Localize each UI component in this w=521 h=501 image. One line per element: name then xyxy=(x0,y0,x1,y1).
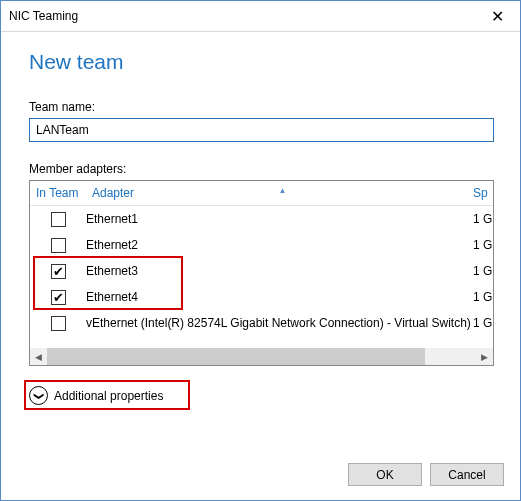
row-adapter-name: vEthernet (Intel(R) 82574L Gigabit Netwo… xyxy=(86,316,473,330)
ok-button[interactable]: OK xyxy=(348,463,422,486)
team-name-input[interactable] xyxy=(29,118,494,142)
dialog-window: NIC Teaming ✕ New team Team name: Member… xyxy=(0,0,521,501)
row-adapter-name: Ethernet3 xyxy=(86,264,473,278)
row-checkbox[interactable] xyxy=(51,238,66,253)
column-adapter-label: Adapter xyxy=(92,186,134,200)
row-speed: 1 G xyxy=(473,212,493,226)
row-checkbox[interactable]: ✔ xyxy=(51,290,66,305)
row-speed: 1 G xyxy=(473,238,493,252)
row-checkbox[interactable]: ✔ xyxy=(51,264,66,279)
table-header: In Team Adapter ▲ Sp xyxy=(30,181,493,206)
adapters-table: In Team Adapter ▲ Sp Ethernet1 1 G xyxy=(29,180,494,366)
table-body: Ethernet1 1 G Ethernet2 1 G ✔ xyxy=(30,206,493,336)
column-adapter[interactable]: Adapter ▲ xyxy=(92,186,473,200)
row-speed: 1 G xyxy=(473,290,493,304)
scroll-thumb[interactable] xyxy=(47,348,425,365)
page-title: New team xyxy=(29,50,494,74)
table-row[interactable]: Ethernet1 1 G xyxy=(30,206,493,232)
member-adapters-label: Member adapters: xyxy=(29,162,494,176)
table-row[interactable]: ✔ Ethernet4 1 G xyxy=(30,284,493,310)
close-icon: ✕ xyxy=(491,7,504,26)
window-title: NIC Teaming xyxy=(9,9,78,23)
scroll-left-button[interactable]: ◀ xyxy=(30,348,47,365)
row-speed: 1 G xyxy=(473,264,493,278)
row-checkbox[interactable] xyxy=(51,316,66,331)
row-adapter-name: Ethernet1 xyxy=(86,212,473,226)
table-row[interactable]: ✔ Ethernet3 1 G xyxy=(30,258,493,284)
column-speed[interactable]: Sp xyxy=(473,186,493,200)
scroll-right-button[interactable]: ▶ xyxy=(476,348,493,365)
titlebar: NIC Teaming ✕ xyxy=(1,1,520,32)
row-adapter-name: Ethernet4 xyxy=(86,290,473,304)
table-row[interactable]: Ethernet2 1 G xyxy=(30,232,493,258)
chevron-down-icon: ❯ xyxy=(34,392,44,400)
column-in-team[interactable]: In Team xyxy=(30,186,92,200)
dialog-button-bar: OK Cancel xyxy=(348,463,504,486)
row-adapter-name: Ethernet2 xyxy=(86,238,473,252)
checkmark-icon: ✔ xyxy=(53,291,64,304)
additional-properties-expander[interactable]: ❯ Additional properties xyxy=(29,386,163,405)
row-speed: 1 G xyxy=(473,316,493,330)
scroll-track[interactable] xyxy=(47,348,476,365)
row-checkbox[interactable] xyxy=(51,212,66,227)
triangle-right-icon: ▶ xyxy=(481,352,488,362)
additional-properties-label: Additional properties xyxy=(54,389,163,403)
triangle-left-icon: ◀ xyxy=(35,352,42,362)
horizontal-scrollbar[interactable]: ◀ ▶ xyxy=(30,348,493,365)
sort-ascending-icon: ▲ xyxy=(279,186,287,195)
dialog-content: New team Team name: Member adapters: In … xyxy=(1,32,520,405)
checkmark-icon: ✔ xyxy=(53,265,64,278)
cancel-button[interactable]: Cancel xyxy=(430,463,504,486)
close-button[interactable]: ✕ xyxy=(475,1,520,31)
expand-toggle-icon: ❯ xyxy=(29,386,48,405)
team-name-label: Team name: xyxy=(29,100,494,114)
table-row[interactable]: vEthernet (Intel(R) 82574L Gigabit Netwo… xyxy=(30,310,493,336)
